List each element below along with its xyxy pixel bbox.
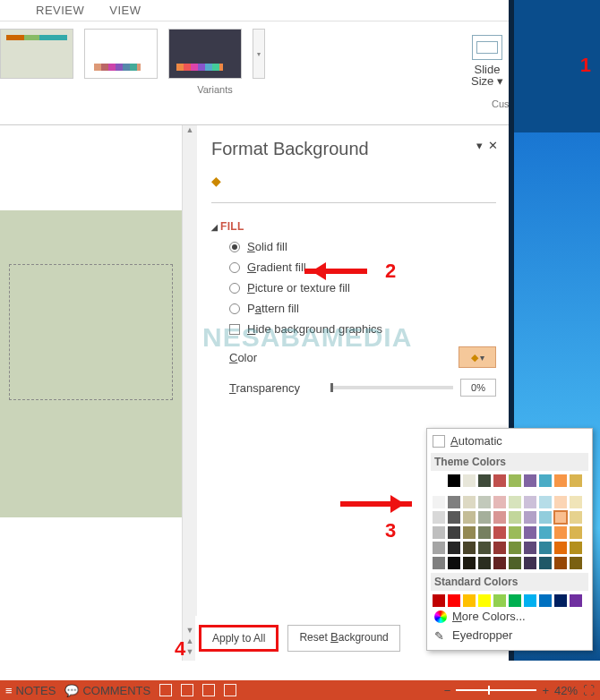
color-swatch[interactable] [570,542,582,554]
transparency-value[interactable]: 0% [460,379,496,397]
zoom-slider[interactable] [456,689,536,691]
variants-more-icon[interactable]: ▾ [253,29,265,79]
color-swatch[interactable] [539,542,552,554]
color-swatch[interactable] [478,526,491,539]
color-swatch[interactable] [509,474,521,487]
color-swatch[interactable] [463,474,476,487]
color-swatch[interactable] [509,526,521,539]
picture-fill-radio[interactable]: Picture or texture fill [229,281,496,295]
color-swatch[interactable] [478,496,491,508]
color-swatch[interactable] [570,557,582,569]
fill-section-header[interactable]: FILL [211,220,244,233]
color-swatch[interactable] [433,557,445,569]
color-swatch[interactable] [524,542,536,554]
tab-view[interactable]: VIEW [109,4,141,17]
color-swatch[interactable] [493,542,506,554]
color-swatch[interactable] [448,474,460,487]
pattern-fill-radio[interactable]: Pattern fill [229,302,496,315]
solid-fill-radio[interactable]: SSolid fillolid fill [229,240,496,253]
vertical-scrollbar[interactable] [182,125,197,661]
color-swatch[interactable] [554,474,567,487]
pane-options-icon[interactable]: ▾ [476,139,483,152]
color-swatch[interactable] [570,496,582,508]
color-swatch[interactable] [433,511,445,524]
color-swatch[interactable] [463,511,476,524]
reading-view-icon[interactable] [202,684,215,696]
notes-button[interactable]: ≡ NOTES [5,684,56,697]
color-swatch[interactable] [493,594,506,607]
color-swatch[interactable] [433,474,445,487]
color-swatch[interactable] [509,511,521,524]
color-swatch[interactable] [524,511,536,524]
color-swatch[interactable] [539,526,552,539]
color-swatch[interactable] [554,511,567,524]
color-swatch[interactable] [554,594,567,607]
pane-close-icon[interactable]: ✕ [488,139,498,152]
color-swatch[interactable] [493,496,506,508]
automatic-color-item[interactable]: Automatic [433,434,587,448]
color-swatch[interactable] [463,557,476,569]
more-colors-item[interactable]: More Colors... [433,607,587,626]
color-swatch[interactable] [524,526,536,539]
zoom-in-icon[interactable]: + [542,684,549,697]
color-swatch[interactable] [448,542,460,554]
color-swatch[interactable] [463,594,476,607]
color-swatch[interactable] [554,496,567,508]
zoom-value[interactable]: 42% [554,684,578,697]
color-swatch[interactable] [509,496,521,508]
slide-preview[interactable] [0,210,182,517]
color-swatch[interactable] [539,511,552,524]
color-swatch[interactable] [539,594,552,607]
normal-view-icon[interactable] [159,684,172,696]
color-swatch[interactable] [509,557,521,569]
slide-size-button[interactable]: Slide Size ▾ [461,25,513,97]
color-swatch[interactable] [554,557,567,569]
color-swatch[interactable] [433,496,445,508]
color-swatch[interactable] [463,496,476,508]
color-swatch[interactable] [570,474,582,487]
eyedropper-item[interactable]: ✎Eyedropper [433,626,587,645]
color-swatch[interactable] [448,557,460,569]
color-swatch[interactable] [478,474,491,487]
color-swatch[interactable] [433,542,445,554]
variant-thumb[interactable] [168,29,242,79]
color-swatch[interactable] [433,594,445,607]
color-swatch[interactable] [554,526,567,539]
color-swatch[interactable] [433,526,445,539]
color-swatch[interactable] [539,496,552,508]
color-swatch[interactable] [448,496,460,508]
color-swatch[interactable] [448,594,460,607]
slideshow-view-icon[interactable] [224,684,236,696]
color-swatch[interactable] [524,594,536,607]
color-swatch[interactable] [478,511,491,524]
variant-thumb[interactable] [84,29,158,79]
hide-bg-checkbox[interactable]: Hide background graphics [229,322,496,336]
reset-background-button[interactable]: Reset Background [287,625,399,652]
sorter-view-icon[interactable] [181,684,193,696]
color-swatch[interactable] [493,511,506,524]
color-swatch[interactable] [509,542,521,554]
color-swatch[interactable] [448,526,460,539]
color-swatch[interactable] [570,511,582,524]
color-swatch[interactable] [509,594,521,607]
fit-to-window-icon[interactable]: ⛶ [583,684,595,697]
color-swatch[interactable] [539,474,552,487]
color-swatch[interactable] [463,526,476,539]
zoom-out-icon[interactable]: − [444,684,451,697]
color-swatch[interactable] [493,526,506,539]
color-swatch[interactable] [570,594,582,607]
color-swatch[interactable] [478,542,491,554]
color-swatch[interactable] [493,557,506,569]
fill-tab-icon[interactable] [211,174,227,188]
color-swatch[interactable] [554,542,567,554]
tab-review[interactable]: REVIEW [36,4,84,17]
color-swatch[interactable] [493,474,506,487]
apply-to-all-button[interactable]: Apply to All [199,625,279,652]
color-swatch[interactable] [448,511,460,524]
color-swatch[interactable] [478,557,491,569]
comments-button[interactable]: 💬 COMMENTS [64,684,150,697]
color-swatch[interactable] [478,594,491,607]
color-swatch[interactable] [463,542,476,554]
color-swatch[interactable] [570,526,582,539]
color-swatch[interactable] [539,557,552,569]
